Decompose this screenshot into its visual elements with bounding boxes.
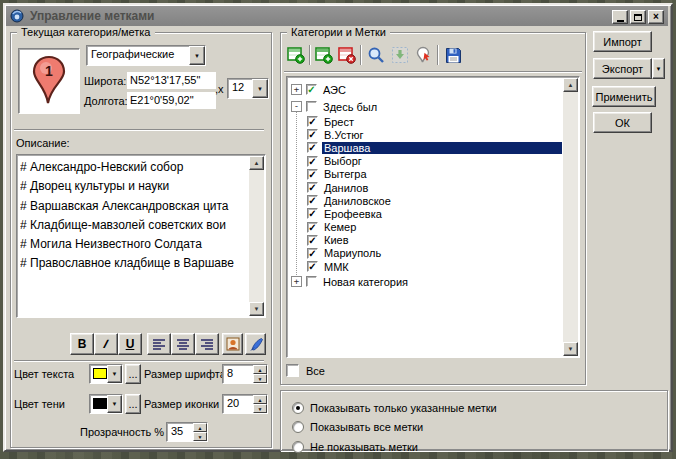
category-select[interactable]: Географические ▼ xyxy=(86,45,206,66)
shadow-color-picker[interactable]: ▼ xyxy=(89,394,123,414)
delete-placemark-button[interactable] xyxy=(335,43,358,67)
checkbox[interactable]: ✓ xyxy=(307,142,318,153)
icon-size-spinner[interactable]: 20 ▲▼ xyxy=(222,394,268,414)
tree-item-label[interactable]: Кемер xyxy=(322,221,358,233)
tree-item-label[interactable]: Вытегра xyxy=(322,168,369,180)
radio-option[interactable]: Показывать только указанные метки xyxy=(292,398,663,418)
search-button[interactable] xyxy=(364,43,387,67)
tree-item[interactable]: ✓ММК xyxy=(289,260,562,273)
tree-item[interactable]: ✓Варшава xyxy=(289,141,562,154)
zoom-select[interactable]: 12 ▼ xyxy=(227,78,269,99)
import-button[interactable]: Импорт xyxy=(593,31,652,52)
tree-item[interactable]: ✓Ерофеевка xyxy=(289,207,562,220)
tree-item[interactable]: ✓Данилов xyxy=(289,181,562,194)
checkbox[interactable]: ✓ xyxy=(307,182,318,193)
tree-item-label[interactable]: Данилов xyxy=(322,182,370,194)
checkbox[interactable]: ✓ xyxy=(307,129,318,140)
text-color-picker[interactable]: ▼ xyxy=(89,364,123,384)
tree-item-label[interactable]: АЭС xyxy=(321,84,348,96)
checkbox[interactable]: ✓ xyxy=(307,261,318,272)
add-category-button[interactable] xyxy=(284,43,307,67)
checkbox[interactable] xyxy=(306,101,317,112)
ok-button[interactable]: ОК xyxy=(593,112,652,133)
chevron-down-icon[interactable]: ▼ xyxy=(252,79,268,98)
chevron-down-icon[interactable]: ▼ xyxy=(189,46,205,65)
spin-up-icon[interactable]: ▲ xyxy=(193,423,207,432)
spin-down-icon[interactable]: ▼ xyxy=(253,404,267,413)
scroll-down-icon[interactable]: ▼ xyxy=(563,342,578,356)
checkbox[interactable]: ✓ xyxy=(307,248,318,259)
scroll-up-icon[interactable]: ▲ xyxy=(563,78,578,92)
tree-item-label[interactable]: В.Устюг xyxy=(322,129,365,141)
chevron-down-icon[interactable]: ▼ xyxy=(107,365,122,383)
tree-item-label[interactable]: Киев xyxy=(322,234,351,246)
tree-item-label[interactable]: Варшава xyxy=(322,142,562,154)
tree-item-label[interactable]: Выборг xyxy=(322,155,364,167)
shadow-color-more-button[interactable]: ... xyxy=(125,394,141,414)
collapse-icon[interactable]: - xyxy=(291,101,302,112)
spin-up-icon[interactable]: ▲ xyxy=(253,365,267,374)
checkbox[interactable]: ✓ xyxy=(306,84,317,95)
font-size-spinner[interactable]: 8 ▲▼ xyxy=(222,364,268,384)
export-button[interactable]: Экспорт xyxy=(593,58,652,79)
maximize-button[interactable] xyxy=(630,10,646,24)
tree-item-label[interactable]: Новая категория xyxy=(321,276,410,288)
bold-button[interactable]: B xyxy=(70,333,94,355)
scroll-down-icon[interactable]: ▼ xyxy=(249,302,264,316)
expand-icon[interactable]: + xyxy=(291,84,302,95)
insert-link-button[interactable] xyxy=(245,333,266,355)
expand-icon[interactable]: + xyxy=(291,276,302,287)
tree-item[interactable]: ✓Киев xyxy=(289,234,562,247)
tree-item-label[interactable]: Здесь был xyxy=(321,101,379,113)
checkbox[interactable]: ✓ xyxy=(307,222,318,233)
checkbox[interactable]: ✓ xyxy=(307,156,318,167)
spin-down-icon[interactable]: ▼ xyxy=(193,432,207,441)
insert-image-button[interactable] xyxy=(222,333,243,355)
description-textarea[interactable]: # Александро-Невский собор# Дворец культ… xyxy=(16,154,266,318)
chevron-down-icon[interactable]: ▼ xyxy=(107,395,122,413)
title-bar[interactable]: Управление метками xyxy=(6,6,668,26)
tree-item-label[interactable]: ММК xyxy=(322,261,351,273)
longitude-field[interactable]: E21°0'59,02" xyxy=(127,92,216,109)
align-right-button[interactable] xyxy=(195,333,219,355)
save-button[interactable] xyxy=(442,43,465,67)
opacity-spinner[interactable]: 35 ▲▼ xyxy=(166,422,208,442)
checkbox[interactable]: ✓ xyxy=(307,169,318,180)
tree-item[interactable]: ✓Даниловское xyxy=(289,194,562,207)
tree-item[interactable]: +✓АЭС xyxy=(289,81,562,98)
all-checkbox[interactable] xyxy=(286,364,299,377)
radio-option[interactable]: Не показывать метки xyxy=(292,437,663,457)
tree-item[interactable]: ✓Вытегра xyxy=(289,168,562,181)
minimize-button[interactable] xyxy=(612,10,628,24)
description-scrollbar[interactable]: ▲ ▼ xyxy=(249,156,264,316)
checkbox[interactable]: ✓ xyxy=(307,208,318,219)
tree-item-label[interactable]: Брест xyxy=(322,116,356,128)
align-left-button[interactable] xyxy=(147,333,171,355)
checkbox[interactable] xyxy=(306,276,317,287)
spin-down-icon[interactable]: ▼ xyxy=(253,374,267,383)
tree-item-label[interactable]: Ерофеевка xyxy=(322,208,384,220)
align-center-button[interactable] xyxy=(171,333,195,355)
checkbox[interactable]: ✓ xyxy=(307,116,318,127)
apply-button[interactable]: Применить xyxy=(592,86,656,107)
tree-item-label[interactable]: Мариуполь xyxy=(322,247,383,259)
tree-scrollbar[interactable]: ▲ ▼ xyxy=(563,78,578,356)
text-color-more-button[interactable]: ... xyxy=(125,364,141,384)
radio-icon[interactable] xyxy=(292,441,304,453)
add-placemark-button[interactable] xyxy=(312,43,335,67)
tree-item[interactable]: -Здесь был xyxy=(289,98,562,115)
tree-item[interactable]: +Новая категория xyxy=(289,273,562,290)
export-dropdown-button[interactable]: ▼ xyxy=(652,58,665,79)
checkbox[interactable]: ✓ xyxy=(307,235,318,246)
tree-item[interactable]: ✓Выборг xyxy=(289,155,562,168)
tree-item[interactable]: ✓Брест xyxy=(289,115,562,128)
latitude-field[interactable]: N52°13'17,55" xyxy=(127,72,216,89)
radio-option[interactable]: Показывать все метки xyxy=(292,418,663,438)
italic-button[interactable]: I xyxy=(94,333,118,355)
close-button[interactable]: × xyxy=(648,10,664,24)
tree-item[interactable]: ✓Мариуполь xyxy=(289,247,562,260)
checkbox[interactable]: ✓ xyxy=(307,195,318,206)
underline-button[interactable]: U xyxy=(118,333,142,355)
go-to-placemark-button[interactable] xyxy=(412,43,435,67)
tree-item[interactable]: ✓Кемер xyxy=(289,221,562,234)
